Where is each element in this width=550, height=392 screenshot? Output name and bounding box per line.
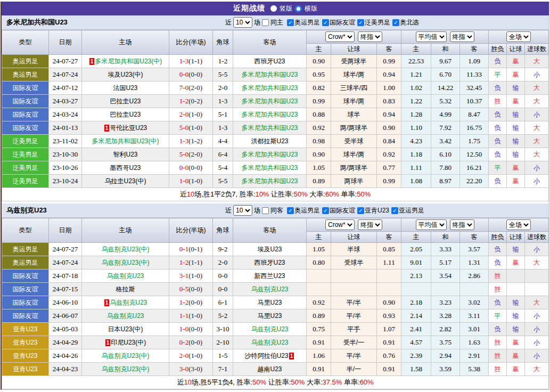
score-cell: 3-0(3-0) bbox=[169, 363, 213, 376]
avg-draw-cell: 9.67 bbox=[431, 55, 460, 68]
avg-away-cell: 5.38 bbox=[460, 363, 489, 376]
avg-home-cell: 1.18 bbox=[401, 148, 431, 161]
bookmaker-select[interactable]: Crow* bbox=[325, 219, 355, 230]
col-score: 比分(半场) bbox=[169, 30, 213, 55]
league-filter-checkbox[interactable]: ✓ bbox=[322, 19, 329, 26]
league-filter-checkbox[interactable]: ✓ bbox=[322, 207, 329, 214]
same-venue-checkbox[interactable] bbox=[262, 19, 269, 26]
filter-controls: 近 10 场 同主 ✓奥运男足✓国际友谊✓泛美男足✓奥北选 bbox=[225, 17, 419, 28]
corner-cell: 1-3 bbox=[213, 121, 233, 135]
odds-home-cell: 0.88 bbox=[307, 108, 331, 121]
fulltime-result-cell: 负 bbox=[489, 243, 507, 256]
date-cell: 24-07-27 bbox=[49, 243, 82, 256]
col-avg-draw: 和 bbox=[431, 44, 460, 55]
team-label: 日本U23(中) bbox=[108, 325, 143, 333]
fulltime-score: 1-0 bbox=[179, 177, 188, 185]
fulltime-result-cell: 负 bbox=[489, 55, 507, 68]
match-row: 泛美男足23-10-24乌拉圭U23(中)1-0(1-0)5-5多米尼加共和国U… bbox=[2, 175, 549, 188]
final-average-select[interactable]: 终指 bbox=[450, 219, 474, 230]
date-cell: 24-06-07 bbox=[49, 309, 82, 323]
avg-home-cell: 1.08 bbox=[401, 175, 431, 188]
halftime-score: (1-0) bbox=[188, 272, 202, 280]
league-filter-checkbox[interactable]: ✓ bbox=[287, 207, 294, 214]
avg-draw-cell: 8.97 bbox=[431, 175, 460, 188]
away-team-cell: 洪都拉斯U23 bbox=[233, 135, 307, 148]
odds-handicap-cell bbox=[331, 270, 377, 283]
team-label: 多米尼加共和国U23 bbox=[241, 71, 298, 78]
team-label: 乌兹别克U23 bbox=[251, 325, 288, 333]
avg-away-cell: 22.20 bbox=[460, 175, 489, 188]
halftime-score: (1-0) bbox=[188, 110, 202, 118]
final-odds-select[interactable]: 终指 bbox=[358, 219, 382, 230]
avg-away-cell: 3.01 bbox=[460, 323, 489, 336]
avg-away-cell: 2.86 bbox=[460, 270, 489, 283]
handicap-result-cell: 赢 bbox=[507, 256, 525, 270]
avg-draw-cell: 3.42 bbox=[431, 135, 460, 148]
type-cell: 奥运男足 bbox=[2, 55, 49, 68]
team-label: 乌兹别克U23(中) bbox=[101, 365, 149, 373]
match-row: 奥运男足24-07-24乌兹别克U23(中)1-2(1-1)2-0西班牙U230… bbox=[2, 256, 549, 270]
vertical-layout-radio[interactable] bbox=[270, 5, 277, 12]
fulltime-result-cell: 负 bbox=[489, 148, 507, 161]
goals-result-cell: 大 bbox=[525, 95, 549, 108]
final-odds-select[interactable]: 终指 bbox=[358, 31, 382, 42]
col-date: 日期 bbox=[49, 30, 82, 55]
score-cell: 1-2(1-1) bbox=[169, 256, 213, 270]
bookmaker-select[interactable]: Crow* bbox=[325, 31, 355, 42]
odds-handicap-cell: 受半/一 bbox=[331, 336, 377, 349]
fulltime-scope-select[interactable]: 全场 bbox=[506, 219, 531, 230]
away-team-cell: 沙特阿拉伯U231 bbox=[233, 349, 307, 363]
games-label: 场 bbox=[254, 206, 260, 215]
team-label: 智利U23 bbox=[113, 151, 137, 158]
corner-cell: 5-4 bbox=[213, 161, 233, 175]
odds-home-cell bbox=[307, 270, 331, 283]
handicap-result-cell: 赢 bbox=[507, 363, 525, 376]
final-average-select[interactable]: 终指 bbox=[450, 31, 474, 42]
summary-segment: 场,胜1平2负7, 胜率: bbox=[194, 190, 255, 198]
date-cell: 23-10-30 bbox=[49, 148, 82, 161]
odds-away-cell bbox=[377, 270, 401, 283]
avg-home-cell: 1.28 bbox=[401, 108, 431, 121]
odds-home-cell: 1.05 bbox=[307, 161, 331, 175]
team-label: 西班牙U23 bbox=[254, 58, 285, 65]
odds-handicap-cell: 三球半/四 bbox=[331, 81, 377, 95]
league-filter-label: 国际友谊 bbox=[330, 18, 355, 27]
vertical-layout-label[interactable]: 竖版 bbox=[280, 4, 292, 13]
fulltime-result-cell: 平 bbox=[489, 161, 507, 175]
date-cell: 24-04-29 bbox=[49, 336, 82, 349]
match-count-select[interactable]: 10 bbox=[233, 205, 252, 216]
summary-segment: 大率: bbox=[305, 378, 322, 386]
team-label: 乌兹别克U23(中) bbox=[101, 352, 149, 360]
league-filter-checkbox[interactable]: ✓ bbox=[391, 207, 398, 214]
fulltime-score: 1-2 bbox=[179, 258, 188, 266]
odds-away-cell: 0.93 bbox=[377, 309, 401, 323]
average-select[interactable]: 平均值 bbox=[416, 31, 447, 42]
team-label: 新西兰U23 bbox=[254, 272, 285, 280]
score-cell: 0-2(0-0) bbox=[169, 336, 213, 349]
team-label: 格拉斯 bbox=[116, 285, 135, 293]
average-select[interactable]: 平均值 bbox=[416, 219, 447, 230]
fulltime-scope-select[interactable]: 全场 bbox=[506, 31, 531, 42]
same-venue-checkbox[interactable] bbox=[262, 207, 269, 214]
halftime-score: (1-1) bbox=[188, 57, 202, 65]
horizontal-layout-label[interactable]: 横版 bbox=[305, 4, 317, 13]
fulltime-score: 3-1 bbox=[179, 272, 188, 280]
odds-handicap-cell: 球半 bbox=[331, 108, 377, 121]
horizontal-layout-radio[interactable] bbox=[295, 5, 302, 12]
col-result-handicap: 让球 bbox=[507, 232, 525, 243]
match-count-select[interactable]: 10 bbox=[233, 17, 252, 28]
league-filter-checkbox[interactable]: ✓ bbox=[287, 19, 294, 26]
col-result: 胜负 bbox=[489, 44, 507, 55]
live-marker-badge: 1 bbox=[104, 125, 110, 132]
corner-cell: 0-0 bbox=[213, 270, 233, 283]
match-row: 泛美男足23-10-26墨西哥U230-0(0-0)5-4多米尼加共和国U231… bbox=[2, 161, 549, 175]
league-filter-checkbox[interactable]: ✓ bbox=[357, 19, 364, 26]
team-label: 多米尼加共和国U23 bbox=[241, 84, 298, 92]
goals-result-cell: 大 bbox=[525, 55, 549, 68]
summary-row: 近10场,胜1平2负7, 胜率:10% 让胜率:50% 大率:60% 单率:50… bbox=[2, 188, 549, 201]
type-cell: 国际友谊 bbox=[2, 81, 49, 95]
summary-segment: 10% bbox=[255, 190, 269, 198]
date-cell: 24-07-18 bbox=[49, 270, 82, 283]
league-filter-checkbox[interactable]: ✓ bbox=[357, 207, 364, 214]
league-filter-checkbox[interactable]: ✓ bbox=[392, 19, 399, 26]
